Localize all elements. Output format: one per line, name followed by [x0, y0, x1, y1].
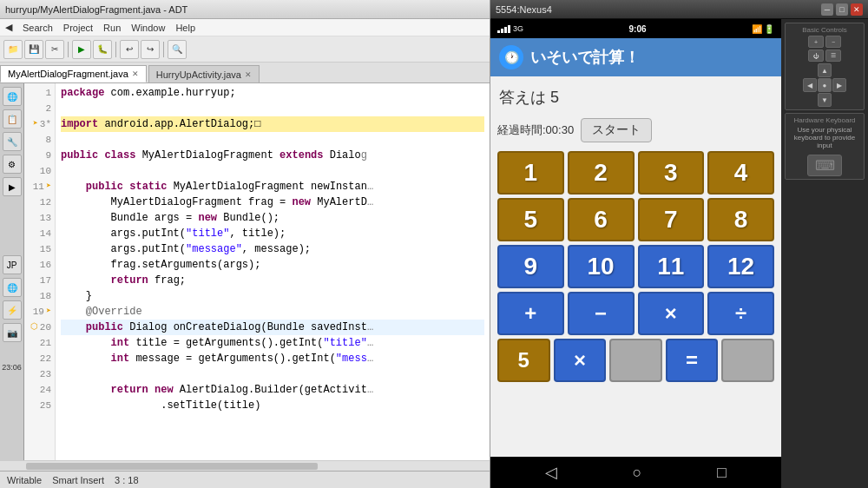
menu-search[interactable]: Search — [21, 23, 55, 33]
tab-close-2[interactable]: ✕ — [245, 70, 252, 79]
power-btn[interactable]: ⏻ — [808, 49, 824, 62]
horizontal-scrollbar[interactable] — [0, 460, 490, 471]
num-btn-12[interactable]: 12 — [707, 245, 774, 288]
op-divide[interactable]: ÷ — [707, 292, 774, 335]
num-btn-6[interactable]: 6 — [568, 198, 635, 241]
tab-close-1[interactable]: ✕ — [132, 69, 139, 78]
num-btn-8[interactable]: 8 — [707, 198, 774, 241]
dpad-down[interactable]: ▼ — [818, 93, 832, 107]
op-minus[interactable]: − — [568, 292, 635, 335]
menu-run[interactable]: Run — [102, 23, 122, 33]
bar1 — [497, 30, 500, 33]
emu-titlebar: 5554:Nexus4 ─ □ ✕ — [490, 0, 868, 19]
answer-row2: 5 × = — [497, 339, 774, 382]
toolbar-btn-3[interactable]: ✂ — [45, 40, 64, 59]
num-btn-1[interactable]: 1 — [497, 151, 564, 195]
ans-blank2[interactable] — [721, 339, 774, 382]
emu-screen: 🕐 いそいで計算！ 答えは 5 経過時間:00:30 スタート 1 2 3 4 … — [490, 38, 781, 457]
start-button[interactable]: スタート — [581, 118, 652, 142]
ln-22: 22 — [28, 351, 51, 366]
num-btn-10[interactable]: 10 — [568, 245, 635, 288]
emu-right-panel: Basic Controls + − ⏻ ☰ ▲ ◀ ● ▶ ▼ — [781, 19, 868, 488]
nav-home-btn[interactable]: ○ — [624, 460, 651, 485]
num-btn-7[interactable]: 7 — [638, 198, 705, 241]
scrollbar-thumb[interactable] — [26, 463, 318, 470]
dpad-left[interactable]: ◀ — [803, 78, 817, 92]
sidebar-icon-8[interactable]: ⚡ — [3, 300, 22, 320]
op-multiply[interactable]: × — [638, 292, 705, 335]
dpad-up[interactable]: ▲ — [818, 63, 832, 77]
code-content[interactable]: package com.example.hurryup; import andr… — [56, 83, 490, 460]
op-plus[interactable]: + — [497, 292, 564, 335]
sidebar-icon-4[interactable]: ⚙ — [3, 155, 22, 174]
dpad-tr — [832, 63, 846, 77]
toolbar-btn-run[interactable]: ▶ — [72, 40, 91, 59]
nav-back-btn[interactable]: ◁ — [536, 459, 566, 485]
nav-recent-btn[interactable]: □ — [708, 460, 735, 485]
dpad-center[interactable]: ● — [818, 78, 832, 92]
signal-bars: 3G — [497, 24, 523, 33]
num-btn-9[interactable]: 9 — [497, 245, 564, 288]
dpad-right[interactable]: ▶ — [832, 78, 846, 92]
menu-btn[interactable]: ☰ — [825, 49, 841, 62]
code-line-2 — [61, 101, 484, 116]
code-line-23 — [61, 366, 484, 382]
ln-20: ⬡20 — [28, 320, 51, 335]
wifi-icon: 📶 — [752, 24, 762, 34]
menu-help[interactable]: Help — [174, 23, 197, 33]
toolbar-btn-search[interactable]: 🔍 — [168, 40, 187, 59]
menu-window[interactable]: Window — [129, 23, 167, 33]
timer-label: 経過時間:00:30 — [497, 122, 574, 138]
ln-19: 19➤ — [28, 304, 51, 320]
num-btn-4[interactable]: 4 — [707, 151, 774, 195]
code-line-3: import android.app.AlertDialog;□ — [61, 116, 484, 132]
emu-body: 3G 9:06 📶 🔋 🕐 いそいで計算！ 答えは 5 — [490, 19, 868, 488]
ln-15: 15 — [28, 241, 51, 257]
code-line-14: args.putInt("title", title); — [61, 226, 484, 241]
ans-5[interactable]: 5 — [497, 339, 550, 382]
sidebar-icon-2[interactable]: 📋 — [3, 109, 22, 129]
code-area[interactable]: 1 2 ➤3* 8 9 10 11➤ 12 13 14 15 16 17 18 … — [24, 83, 490, 460]
toolbar-btn-undo[interactable]: ↩ — [120, 40, 139, 59]
battery-icon: 🔋 — [764, 24, 774, 34]
vol-up-btn[interactable]: + — [808, 36, 824, 48]
num-btn-2[interactable]: 2 — [568, 151, 635, 195]
ans-equals[interactable]: = — [666, 339, 719, 382]
sidebar-icon-9[interactable]: 📷 — [3, 323, 22, 342]
emu-signal: 3G — [497, 24, 523, 33]
code-line-13: Bundle args = new Bundle(); — [61, 210, 484, 226]
code-line-9: public class MyAlertDialogFragment exten… — [61, 148, 484, 163]
toolbar-btn-debug[interactable]: 🐛 — [93, 40, 112, 59]
emu-maximize-btn[interactable]: □ — [836, 3, 848, 16]
vol-dn-btn[interactable]: − — [825, 36, 841, 48]
num-btn-5[interactable]: 5 — [497, 198, 564, 241]
sidebar-icon-5[interactable]: ▶ — [3, 177, 22, 196]
ln-1: 1 — [28, 85, 51, 101]
sidebar-icon-1[interactable]: 🌐 — [3, 87, 22, 106]
main-content: 🌐 📋 🔧 ⚙ ▶ JP 🌐 ⚡ 📷 23:06 1 2 ➤3* 8 9 10 … — [0, 83, 490, 460]
emu-device: 3G 9:06 📶 🔋 🕐 いそいで計算！ 答えは 5 — [490, 19, 781, 488]
toolbar-btn-redo[interactable]: ↪ — [141, 40, 160, 59]
keyboard-section: Hardware Keyboard Use your physical keyb… — [785, 113, 865, 180]
emu-minimize-btn[interactable]: ─ — [821, 3, 833, 16]
sidebar-icon-6[interactable]: JP — [3, 255, 22, 274]
emu-close-btn[interactable]: ✕ — [851, 3, 863, 16]
ide-menubar: ◀ Search Project Run Window Help — [0, 19, 490, 36]
ans-blank1[interactable] — [609, 339, 662, 382]
ans-multiply[interactable]: × — [554, 339, 607, 382]
tab-myalertdialog[interactable]: MyAlertDialogFragment.java ✕ — [0, 65, 147, 82]
sidebar-icon-3[interactable]: 🔧 — [3, 132, 22, 151]
toolbar-btn-2[interactable]: 💾 — [24, 40, 43, 59]
num-btn-11[interactable]: 11 — [638, 245, 705, 288]
menu-project[interactable]: Project — [62, 23, 95, 33]
num-btn-3[interactable]: 3 — [638, 151, 705, 195]
code-line-11: public static MyAlertDialogFragment newI… — [61, 179, 484, 195]
toolbar-btn-1[interactable]: 📁 — [3, 40, 23, 59]
emu-battery: 📶 🔋 — [752, 24, 774, 34]
tab-hurryupactivity[interactable]: HurryUpActivity.java ✕ — [148, 65, 260, 82]
code-line-22: int message = getArguments().getInt("mes… — [61, 351, 484, 366]
ln-18: 18 — [28, 288, 51, 304]
sidebar-icon-7[interactable]: 🌐 — [3, 278, 22, 297]
toolbar-sep-3 — [163, 42, 164, 57]
menu-back[interactable]: ◀ — [3, 22, 14, 33]
